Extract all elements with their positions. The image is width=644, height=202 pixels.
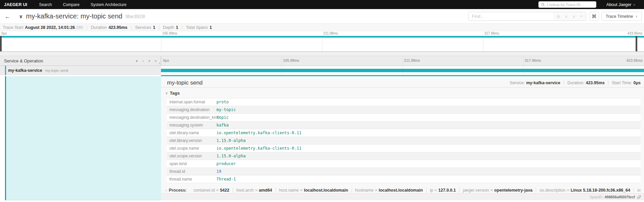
service-value: my-kafka-service [526, 81, 560, 85]
span-detail-left-column[interactable] [5, 76, 161, 200]
keyboard-shortcuts-button[interactable]: ⌘ [589, 12, 599, 21]
trace-id-lookup-input[interactable]: Lookup by Trace ID... [538, 1, 596, 8]
chevron-right-icon: › [165, 189, 166, 192]
equals-sign: = [216, 188, 218, 193]
find-input[interactable] [469, 12, 553, 20]
tag-value: 1.15.0-alpha [216, 138, 246, 143]
back-arrow-icon[interactable]: ← [4, 13, 10, 19]
clear-find-icon[interactable]: × [580, 14, 582, 18]
tag-key: messaging.destination [167, 107, 216, 112]
command-icon: ⌘ [592, 13, 597, 19]
tag-key: span.kind [167, 161, 216, 166]
summary-duration: Duration 423.95ms [87, 25, 131, 30]
equals-sign: = [435, 188, 437, 193]
nav-item-system-architecture[interactable]: System Architecture [91, 2, 127, 7]
span-timeline-cell[interactable] [161, 66, 644, 75]
tag-row: messaging.systemkafka [167, 121, 641, 129]
minimap-right-handle[interactable] [636, 36, 637, 51]
prev-match-icon[interactable]: ∧ [565, 14, 568, 18]
summary-services: Services 1 [131, 25, 159, 30]
process-summary-row[interactable]: › Process: container.id=5422 host.arch=a… [165, 188, 641, 193]
minimap-left-handle[interactable] [0, 36, 2, 51]
process-kv: container.id=5422 [190, 188, 233, 193]
stat-divider [564, 81, 564, 85]
summary-depth: Depth 1 [159, 25, 182, 30]
expand-one-icon[interactable]: › [143, 59, 144, 63]
column-resizer-grip[interactable]: ‖ [159, 62, 160, 65]
expand-collapse-controls: ∨ › » » [135, 59, 157, 63]
span-row: my-kafka-service my-topic send [0, 66, 644, 75]
tag-value: Thread-1 [216, 177, 236, 182]
process-key: container.id [193, 188, 215, 193]
span-detail-stats: Service: my-kafka-service Duration: 423.… [510, 81, 641, 85]
process-key: host.name [279, 188, 299, 193]
tag-value: io.opentelemetry.kafka-clients-0.11 [216, 146, 301, 151]
trace-start-label: Trace Start [3, 25, 23, 30]
tag-row: otel.library.version1.15.0-alpha [167, 137, 641, 145]
process-key: host.arch [236, 188, 253, 193]
nav-item-compare[interactable]: Compare [63, 2, 79, 7]
collapse-trace-chevron-icon[interactable]: ∨ [19, 14, 23, 19]
ruler-tick: 423.95ms [627, 58, 643, 62]
process-key: jaeger.version [463, 188, 489, 193]
tag-value: 19 [216, 169, 221, 174]
process-key: ip [430, 188, 433, 193]
total-spans-label: Total Spans [186, 25, 208, 30]
jaeger-trace-page: JAEGER UI Search Compare System Architec… [0, 0, 644, 202]
app-logo[interactable]: JAEGER UI [4, 2, 27, 7]
trace-id-lookup-placeholder: Lookup by Trace ID... [547, 3, 583, 7]
trace-view-select[interactable]: Trace Timeline ∨ [602, 12, 642, 21]
process-kv: jaeger.version=opentelemetry-java [459, 188, 536, 193]
equals-sign: = [255, 188, 257, 193]
copy-link-icon[interactable] [637, 195, 641, 199]
span-detail-header: my-topic send Service: my-kafka-service … [161, 76, 644, 88]
about-jaeger-menu[interactable]: About Jaeger ∨ [606, 2, 635, 7]
expand-all-icon[interactable]: » [147, 60, 151, 62]
next-match-icon[interactable]: ∨ [572, 14, 575, 18]
total-spans-value: 1 [210, 25, 212, 30]
span-duration-bar[interactable] [161, 69, 644, 72]
collapse-one-icon[interactable]: » [155, 59, 157, 63]
equals-sign: = [375, 188, 377, 193]
tag-key: thread.id [167, 169, 216, 174]
ruler-gridline [403, 56, 403, 65]
trace-title: my-kafka-service: my-topic send [26, 12, 122, 20]
minimap-divider-band [0, 52, 644, 56]
minimap-tick: 423.95ms [628, 32, 642, 35]
tag-row: otel.scope.version1.15.0-alpha [167, 152, 641, 160]
service-label: Service: [510, 81, 525, 85]
nav-item-search[interactable]: Search [39, 2, 52, 7]
service-operation-title: Service & Operation [4, 58, 135, 63]
tag-row: messaging.destinationmy-topic [167, 106, 641, 114]
span-detail-footer: SpanID: 498856af6507fecf [161, 193, 644, 200]
tag-value: topic [216, 115, 229, 120]
tags-section-toggle[interactable]: ∨ Tags [165, 91, 644, 96]
tags-section-label: Tags [170, 91, 179, 96]
ruler-gridline [282, 56, 282, 65]
duration-value: 423.95ms [586, 81, 605, 85]
span-name-cell[interactable]: my-kafka-service my-topic send [0, 66, 161, 75]
minimap-tick: 317.96ms [484, 32, 499, 35]
minimap-gridline [483, 36, 483, 51]
start-time-value: 0μs [633, 81, 641, 85]
tag-row: span.kindproducer [167, 160, 641, 168]
trace-start-value: August 28 2022, 14:01:26 [25, 25, 75, 30]
focus-match-icon[interactable]: ◎ [557, 14, 560, 18]
tag-row: internal.span.formatproto [167, 98, 641, 106]
chevron-down-icon: ∨ [635, 15, 638, 18]
timeline-header: Service & Operation ∨ › » » ‖ 0μs 105.99… [0, 56, 644, 66]
tag-value: kafka [216, 123, 229, 128]
process-kv: ip=127.0.0.1 [426, 188, 459, 193]
tag-key: otel.scope.version [167, 154, 216, 158]
tag-value: my-topic [216, 107, 236, 112]
timeline-minimap[interactable] [0, 36, 644, 52]
collapse-all-icon[interactable]: ∨ [135, 59, 138, 63]
trace-summary-bar: Trace Start August 28 2022, 14:01:26 .28… [0, 23, 644, 31]
span-id-value: 498856af6507fecf [604, 195, 635, 199]
tag-key: messaging.system [167, 123, 216, 128]
service-operation-header: Service & Operation ∨ › » » ‖ [0, 56, 161, 65]
chevron-down-icon: ∨ [633, 3, 635, 6]
trace-id-short: 9be3928 [125, 13, 145, 19]
equals-sign: = [567, 188, 569, 193]
tag-row: thread.nameThread-1 [167, 175, 641, 183]
